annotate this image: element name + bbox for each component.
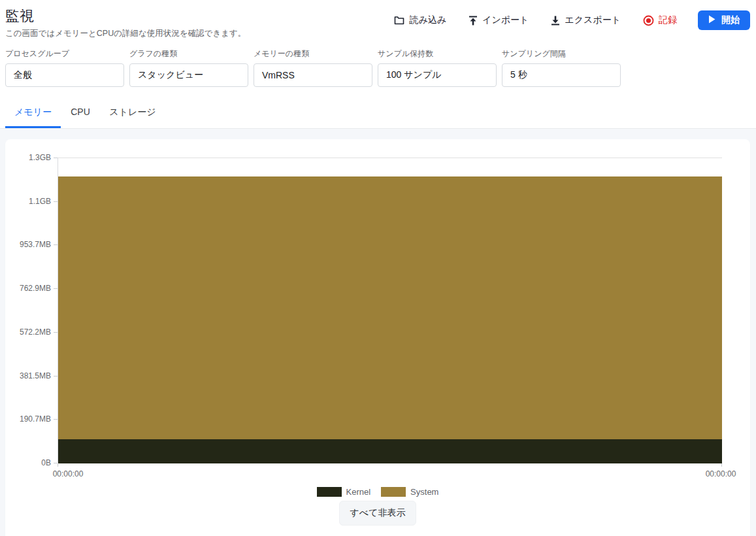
load-button-label: 読み込み — [409, 14, 446, 26]
import-button[interactable]: インポート — [467, 12, 530, 29]
sampling-interval-label: サンプリング間隔 — [502, 48, 621, 59]
sampling-interval-select[interactable]: 5 秒 — [502, 63, 621, 87]
legend-item-system[interactable]: System — [381, 487, 438, 497]
y-axis-label: 1.3GB — [5, 152, 51, 163]
record-button[interactable]: 記録 — [642, 12, 678, 29]
hide-all-button[interactable]: すべて非表示 — [339, 501, 417, 526]
x-tick — [58, 463, 58, 467]
system-swatch — [381, 487, 406, 497]
chart-card: 1.3GB 1.1GB 953.7MB 762.9MB 572.2MB 381.… — [5, 139, 750, 536]
y-axis-label: 190.7MB — [5, 413, 51, 425]
import-button-label: インポート — [482, 14, 529, 26]
memory-type-select[interactable]: VmRSS — [254, 63, 372, 87]
export-button-label: エクスポート — [565, 14, 621, 26]
y-axis-label: 1.1GB — [5, 195, 51, 207]
sample-count-select[interactable]: 100 サンプル — [378, 63, 497, 87]
y-axis-label: 0B — [5, 457, 51, 469]
start-button-label: 開始 — [721, 14, 740, 26]
y-axis-label: 953.7MB — [5, 239, 51, 250]
export-button[interactable]: エクスポート — [550, 12, 622, 29]
record-icon — [643, 15, 654, 26]
sample-count-field: サンプル保持数 100 サンプル — [378, 48, 497, 87]
page-subtitle: この画面ではメモリーとCPUの詳細な使用状況を確認できます。 — [5, 28, 246, 39]
stacked-area-chart[interactable] — [58, 158, 722, 463]
filter-row: プロセスグループ 全般 グラフの種類 スタックビュー メモリーの種類 VmRSS… — [0, 48, 756, 87]
page-header: 監視 この画面ではメモリーとCPUの詳細な使用状況を確認できます。 読み込み イ… — [0, 0, 756, 39]
memory-type-label: メモリーの種類 — [254, 48, 372, 59]
y-axis-label: 572.2MB — [5, 326, 51, 338]
title-block: 監視 この画面ではメモリーとCPUの詳細な使用状況を確認できます。 — [5, 7, 246, 39]
play-icon — [708, 15, 715, 25]
series-area-system — [58, 176, 722, 439]
tab-cpu[interactable]: CPU — [61, 100, 100, 128]
graph-type-label: グラフの種類 — [129, 48, 248, 59]
x-tick — [721, 463, 722, 467]
tab-storage[interactable]: ストレージ — [100, 100, 165, 128]
hide-all-wrap: すべて非表示 — [5, 501, 750, 526]
system-legend-label: System — [410, 487, 438, 497]
upload-icon — [468, 16, 478, 25]
kernel-swatch — [317, 487, 342, 497]
graph-type-select[interactable]: スタックビュー — [129, 63, 248, 87]
legend-item-kernel[interactable]: Kernel — [317, 487, 371, 497]
chart-legend: Kernel System — [5, 487, 750, 497]
y-axis-label: 381.5MB — [5, 370, 51, 382]
process-group-field: プロセスグループ 全般 — [5, 48, 124, 87]
series-area-kernel — [58, 439, 722, 463]
memory-type-field: メモリーの種類 VmRSS — [254, 48, 372, 87]
x-axis-label-end: 00:00:00 — [691, 469, 750, 478]
record-button-label: 記録 — [659, 14, 677, 26]
tab-bar: メモリー CPU ストレージ — [0, 100, 756, 129]
y-axis-label: 762.9MB — [5, 282, 51, 294]
folder-icon — [394, 16, 404, 25]
download-icon — [551, 16, 560, 25]
sampling-interval-field: サンプリング間隔 5 秒 — [502, 48, 621, 87]
kernel-legend-label: Kernel — [346, 487, 371, 497]
graph-type-field: グラフの種類 スタックビュー — [129, 48, 248, 87]
tab-memory[interactable]: メモリー — [5, 100, 61, 128]
process-group-label: プロセスグループ — [5, 48, 124, 59]
action-bar: 読み込み インポート エクスポート 記録 開始 — [393, 10, 750, 30]
process-group-select[interactable]: 全般 — [5, 63, 124, 87]
start-button[interactable]: 開始 — [698, 10, 750, 30]
content-area: 1.3GB 1.1GB 953.7MB 762.9MB 572.2MB 381.… — [0, 129, 756, 536]
load-button[interactable]: 読み込み — [393, 12, 448, 29]
page-title: 監視 — [5, 7, 246, 26]
x-axis-label-start: 00:00:00 — [39, 469, 97, 478]
sample-count-label: サンプル保持数 — [378, 48, 497, 59]
